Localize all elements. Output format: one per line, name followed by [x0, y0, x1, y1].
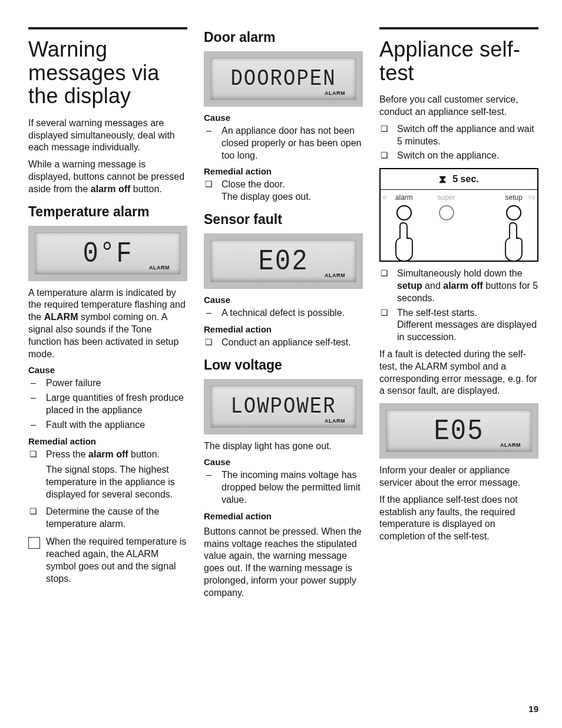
warning-messages-heading: Warning messages via the display: [28, 38, 187, 108]
list-item: Close the door. The display goes out.: [204, 179, 363, 203]
button-ring-icon: [396, 205, 412, 220]
alarm-label: ALARM: [325, 90, 345, 96]
column-3: Appliance self-test Before you call cust…: [379, 24, 538, 604]
list-item: Fault with the appliance: [28, 419, 187, 431]
remedial-label: Remedial action: [204, 166, 363, 176]
low-voltage-heading: Low voltage: [204, 357, 363, 373]
alarm-label: ALARM: [500, 442, 521, 448]
button-ring-icon: [506, 205, 521, 220]
selftest-illustration: ⧗ 5 sec. e va alarm super: [379, 168, 538, 262]
list-item: Press the alarm off button. The signal s…: [28, 449, 187, 501]
list-item: The incoming mains voltage has dropped b…: [204, 469, 363, 506]
sensor-lcd-panel: E02 ALARM: [204, 233, 363, 289]
column-2: Door alarm DOOROPEN ALARM Cause An appli…: [204, 24, 363, 604]
page-number: 19: [528, 704, 538, 714]
temperature-lcd-panel: 0°F ALARM: [28, 226, 187, 281]
remedial-label: Remedial action: [204, 511, 363, 521]
column-1: Warning messages via the display If seve…: [28, 24, 187, 604]
warning-intro-2: While a warning message is displayed, bu…: [28, 159, 187, 195]
selftest-intro: Before you call customer service, conduc…: [379, 94, 538, 118]
lowpower-intro: The display light has gone out.: [204, 440, 363, 453]
cause-label: Cause: [204, 295, 363, 305]
list-item: Conduct an appliance self-test.: [204, 337, 363, 349]
temperature-lcd-text: 0°F: [82, 236, 133, 271]
selftest-para1: If a fault is detected during the self-t…: [379, 348, 538, 397]
alarm-label: ALARM: [325, 418, 345, 424]
setup-button-graphic: setup: [492, 193, 535, 258]
section-rule: [28, 27, 187, 29]
timer-label: 5 sec.: [452, 174, 478, 185]
list-item: Switch on the appliance.: [379, 150, 538, 162]
selftest-para3: If the appliance self-test does not esta…: [379, 494, 538, 543]
temperature-note: When the required temperature is reached…: [28, 536, 187, 585]
selftest-lcd-text: E05: [434, 414, 484, 448]
cause-label: Cause: [204, 113, 363, 123]
super-button-graphic: super: [425, 193, 468, 258]
list-item: An appliance door has not been closed pr…: [204, 125, 363, 162]
selftest-para2: Inform your dealer or appliance servicer…: [379, 465, 538, 489]
alarm-label: ALARM: [149, 265, 170, 271]
remedial-label: Remedial action: [204, 324, 363, 334]
note-text: When the required temperature is reached…: [46, 536, 187, 585]
finger-press-icon: [392, 220, 416, 261]
alarm-label: ALARM: [325, 272, 345, 278]
hourglass-icon: ⧗: [439, 174, 447, 185]
list-item: Large quantities of fresh produce placed…: [28, 392, 187, 417]
remedial-label: Remedial action: [28, 436, 187, 446]
lowpower-lcd-text: LOWPOWER: [230, 394, 336, 420]
list-item-extra: The signal stops. The highest temperatur…: [46, 464, 187, 500]
list-item: Determine the cause of the temperature a…: [28, 506, 187, 531]
door-alarm-heading: Door alarm: [204, 29, 363, 45]
temperature-causes: Power failure Large quantities of fresh …: [28, 377, 187, 431]
note-icon: [28, 537, 40, 549]
temperature-remedial: Press the alarm off button. The signal s…: [28, 449, 187, 531]
lowpower-lcd-panel: LOWPOWER ALARM: [204, 379, 363, 434]
finger-press-icon: [502, 220, 525, 261]
list-item: A technical defect is possible.: [204, 307, 363, 319]
list-item: Power failure: [28, 377, 187, 390]
list-item: The self-test starts. Different messages…: [379, 307, 538, 344]
cause-label: Cause: [204, 457, 363, 467]
manual-page: Warning messages via the display If seve…: [0, 0, 562, 728]
warning-intro-1: If several warning messages are displaye…: [28, 117, 187, 154]
sensor-lcd-text: E02: [258, 244, 308, 278]
door-lcd-text: DOOROPEN: [230, 66, 336, 92]
selftest-result-lcd: E05 ALARM: [379, 403, 538, 459]
lowpower-remedial: Buttons cannot be pressed. When the main…: [204, 526, 363, 599]
sensor-fault-heading: Sensor fault: [204, 212, 363, 228]
list-item: Switch off the appliance and wait 5 minu…: [379, 123, 538, 148]
temperature-alarm-heading: Temperature alarm: [28, 204, 187, 220]
list-item: Simultaneously hold down the setup and a…: [379, 268, 538, 304]
door-lcd-panel: DOOROPEN ALARM: [204, 51, 363, 107]
selftest-heading: Appliance self-test: [379, 38, 538, 84]
temperature-desc: A temperature alarm is indicated by the …: [28, 287, 187, 361]
cause-label: Cause: [28, 365, 187, 375]
section-rule: [379, 27, 538, 29]
button-ring-icon: [439, 205, 454, 220]
alarm-button-graphic: alarm: [383, 193, 425, 258]
